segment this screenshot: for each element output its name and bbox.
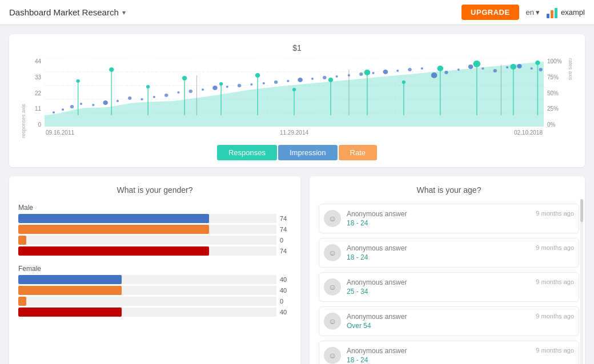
svg-point-43 <box>506 66 508 68</box>
avatar: ☺ <box>324 244 341 261</box>
age-card-title: What is your age? <box>319 185 579 195</box>
svg-point-45 <box>531 67 533 70</box>
bar-track <box>18 236 276 245</box>
answer-value[interactable]: 18 - 24 <box>347 219 530 227</box>
bar-fill <box>18 246 209 256</box>
gender-card-title: What is your gender? <box>18 185 291 195</box>
svg-point-46 <box>539 68 542 71</box>
answer-item: ☺ Anonymous answer 18 - 24 9 months ago <box>319 204 579 233</box>
svg-point-72 <box>364 70 371 75</box>
chart-controls: Responses Impression Rate <box>21 145 573 160</box>
bar-fill <box>18 225 209 234</box>
impression-button[interactable]: Impression <box>278 145 338 160</box>
avatar: ☺ <box>324 347 341 364</box>
logo-bar-1 <box>547 14 549 18</box>
responses-button[interactable]: Responses <box>217 145 277 160</box>
svg-point-68 <box>219 82 223 86</box>
language-selector[interactable]: en ▾ <box>526 8 540 17</box>
svg-point-31 <box>359 72 363 76</box>
page-title: Dashboard Market Research <box>9 7 119 17</box>
svg-point-22 <box>250 83 252 86</box>
bar-track <box>18 308 276 317</box>
bar-track <box>18 297 276 306</box>
svg-point-67 <box>182 76 187 80</box>
bar-value: 74 <box>280 226 291 233</box>
header-left: Dashboard Market Research ▾ <box>9 7 126 17</box>
chart-plot-area: 09.16.2011 11.29.2014 02.10.2018 <box>45 58 544 138</box>
gender-card: What is your gender? Male 74 74 <box>9 176 300 364</box>
bar-track <box>18 246 276 256</box>
age-scrollbar-track[interactable] <box>580 199 583 364</box>
logo-bar-2 <box>551 10 553 18</box>
upgrade-button[interactable]: UPGRADE <box>461 5 519 20</box>
answer-time: 9 months ago <box>536 278 574 285</box>
svg-point-39 <box>457 68 460 71</box>
svg-point-32 <box>372 72 374 74</box>
answer-label: Anonymous answer <box>347 244 530 252</box>
answer-time: 9 months ago <box>536 313 574 319</box>
chart-title: $1 <box>21 43 573 52</box>
svg-point-69 <box>255 73 260 78</box>
bar-fill <box>18 214 209 223</box>
header-right: UPGRADE en ▾ exampl <box>461 5 585 20</box>
svg-point-44 <box>517 64 522 68</box>
answer-time: 9 months ago <box>536 210 574 217</box>
svg-point-16 <box>177 91 179 94</box>
age-answers-list: ☺ Anonymous answer 18 - 24 9 months ago … <box>319 204 579 364</box>
bar-row-male-4: 74 <box>18 246 291 256</box>
answer-label: Anonymous answer <box>347 313 530 321</box>
svg-point-41 <box>481 67 484 70</box>
chart-svg <box>45 58 544 127</box>
answer-value[interactable]: 25 - 34 <box>347 288 530 296</box>
chart-container: responses axis 44 33 22 11 0 <box>21 58 573 138</box>
bar-fill <box>18 286 122 295</box>
svg-point-64 <box>76 79 79 83</box>
bar-value: 40 <box>280 276 291 283</box>
main-content: $1 responses axis 44 33 22 11 0 <box>0 25 594 364</box>
answer-item: ☺ Anonymous answer Over 54 9 months ago <box>319 306 579 336</box>
svg-point-5 <box>53 111 55 114</box>
bar-value: 40 <box>280 287 291 294</box>
svg-point-71 <box>328 78 334 82</box>
answer-content: Anonymous answer 25 - 34 <box>347 278 530 296</box>
bar-row-female-2: 40 <box>18 286 291 295</box>
answer-value[interactable]: 18 - 24 <box>347 253 530 261</box>
gender-group-male: Male 74 74 <box>18 204 291 256</box>
svg-point-65 <box>109 67 114 72</box>
svg-point-24 <box>274 80 278 84</box>
logo: exampl <box>547 7 585 18</box>
answer-content: Anonymous answer 18 - 24 <box>347 347 530 364</box>
svg-point-21 <box>238 84 241 87</box>
bar-value-zero: 0 <box>280 298 291 305</box>
svg-point-38 <box>444 71 448 74</box>
title-chevron-icon[interactable]: ▾ <box>122 9 126 17</box>
answer-content: Anonymous answer 18 - 24 <box>347 244 530 261</box>
bar-value: 74 <box>280 215 291 222</box>
answer-content: Anonymous answer Over 54 <box>347 313 530 330</box>
bar-track <box>18 286 276 295</box>
svg-point-42 <box>493 69 497 72</box>
answer-value[interactable]: 18 - 24 <box>347 356 530 364</box>
answer-value[interactable]: Over 54 <box>347 322 530 330</box>
rate-button[interactable]: Rate <box>339 145 377 160</box>
bar-row-female-3: 0 <box>18 297 291 306</box>
bar-fill-zero <box>18 236 26 245</box>
bar-fill-zero <box>18 297 26 306</box>
svg-point-37 <box>431 72 438 78</box>
bar-track <box>18 225 276 234</box>
svg-point-36 <box>421 67 423 70</box>
bar-value: 40 <box>280 309 291 316</box>
svg-point-27 <box>311 78 314 80</box>
svg-point-13 <box>141 98 143 100</box>
bar-row-male-2: 74 <box>18 225 291 234</box>
lang-chevron-icon: ▾ <box>536 8 540 17</box>
bar-fill <box>18 275 122 284</box>
bar-row-male-3: 0 <box>18 236 291 245</box>
logo-text: exampl <box>561 8 585 17</box>
svg-point-10 <box>103 100 108 105</box>
age-scrollbar-thumb[interactable] <box>580 199 583 222</box>
chart-x-labels: 09.16.2011 11.29.2014 02.10.2018 <box>45 130 544 136</box>
svg-point-19 <box>212 86 218 90</box>
svg-point-23 <box>263 82 265 84</box>
svg-point-25 <box>287 80 289 82</box>
